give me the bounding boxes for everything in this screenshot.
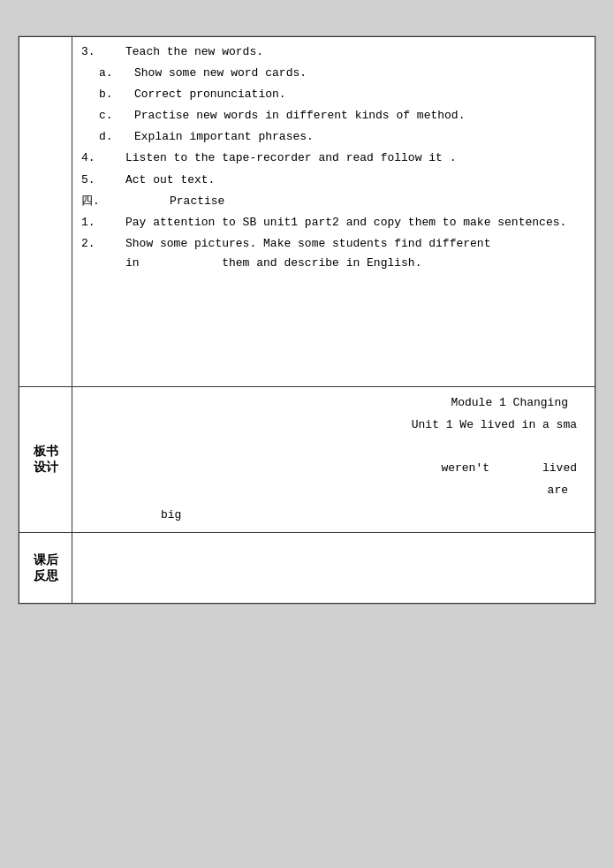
item-text: Listen to the tape-recorder and read fol…: [125, 148, 456, 168]
bb-big: big: [81, 505, 586, 527]
item-text: Teach the new words.: [125, 42, 263, 62]
page: 3. Teach the new words. a. Show some new…: [18, 35, 596, 605]
item-number: 1.: [81, 213, 125, 232]
bb-row1: weren't lived: [81, 458, 586, 480]
item-text: Show some new word cards.: [134, 64, 307, 83]
item-number: 3.: [81, 42, 125, 62]
bb-title: Module 1 Changing: [81, 392, 568, 415]
blackboard-row: 板书 设计 Module 1 Changing Unit 1 We lived …: [19, 387, 595, 533]
item-number: 5.: [81, 171, 125, 190]
item-number: 2.: [81, 234, 125, 273]
blackboard-label: 板书 设计: [19, 387, 72, 533]
blackboard-content: Module 1 Changing Unit 1 We lived in a s…: [72, 387, 595, 533]
item-text: Show some pictures. Make some students f…: [125, 234, 586, 273]
item-number: b.: [81, 85, 134, 104]
item-number: c.: [81, 106, 134, 126]
list-item: 四. Practise: [81, 192, 586, 211]
item-number: 4.: [81, 148, 125, 168]
bb-lived: lived: [542, 458, 577, 480]
list-item: b. Correct pronunciation.: [81, 85, 586, 104]
item-number: 四.: [81, 192, 143, 211]
list-item: 1. Pay attention to SB unit1 part2 and c…: [81, 213, 586, 232]
main-content-row: 3. Teach the new words. a. Show some new…: [19, 37, 595, 387]
item-text: Practise: [143, 192, 224, 211]
bb-are: are: [81, 480, 586, 502]
bb-subtitle: Unit 1 We lived in a sma: [81, 415, 577, 437]
list-item: 2. Show some pictures. Make some student…: [81, 234, 586, 273]
item-number: d.: [81, 127, 134, 147]
main-label: [19, 37, 72, 387]
item-text: Pay attention to SB unit1 part2 and copy…: [125, 213, 566, 232]
item-text: Practise new words in different kinds of…: [134, 106, 465, 126]
bb-werent: weren't: [441, 458, 489, 480]
item-number: a.: [81, 64, 134, 83]
list-item: 5. Act out text.: [81, 171, 586, 190]
list-item: 3. Teach the new words.: [81, 42, 586, 62]
list-item: a. Show some new word cards.: [81, 64, 586, 83]
item-text: Correct pronunciation.: [134, 85, 286, 104]
main-content: 3. Teach the new words. a. Show some new…: [72, 37, 595, 387]
reflection-label: 课后 反思: [19, 533, 72, 604]
list-item: c. Practise new words in different kinds…: [81, 106, 586, 126]
reflection-row: 课后 反思: [19, 533, 595, 604]
item-text: Act out text.: [125, 171, 215, 190]
list-item: 4. Listen to the tape-recorder and read …: [81, 148, 586, 168]
item-text: Explain important phrases.: [134, 127, 314, 147]
list-item: d. Explain important phrases.: [81, 127, 586, 147]
reflection-content: [72, 533, 595, 604]
